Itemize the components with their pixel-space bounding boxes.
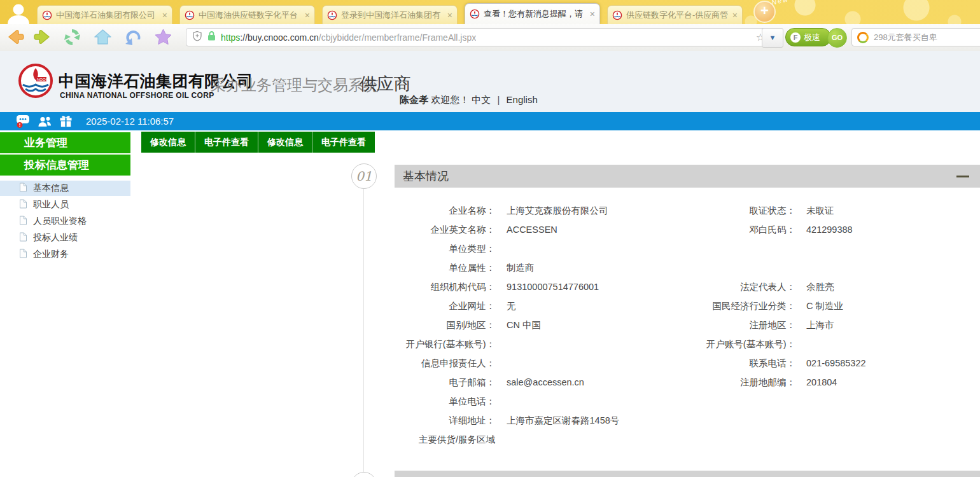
contacts-icon[interactable]: [38, 115, 52, 128]
shield-icon[interactable]: [192, 31, 202, 44]
lang-english-link[interactable]: English: [507, 94, 538, 105]
field-label: 单位属性：: [395, 262, 495, 274]
address-bar[interactable]: https://buy.cnooc.com.cn/cbjybidder/memb…: [186, 28, 771, 46]
form-row: 主要供货/服务区域: [395, 430, 980, 449]
field-label: 注册地邮编：: [687, 377, 795, 389]
new-tab-button[interactable]: +New: [753, 1, 776, 23]
search-box[interactable]: [851, 28, 980, 46]
field-value: sale@accessen.cn: [495, 377, 687, 387]
sidebar-item[interactable]: 人员职业资格: [0, 214, 130, 229]
field-label: 国民经济行业分类：: [687, 300, 795, 312]
form-row: 电子邮箱：sale@accessen.cn注册地邮编：201804: [395, 373, 980, 392]
refresh-icon[interactable]: [62, 27, 82, 47]
close-icon[interactable]: ×: [590, 10, 595, 18]
section-header: 基本情况: [395, 165, 980, 188]
cnooc-favicon: [42, 10, 52, 20]
browser-tab[interactable]: 登录到中国海洋石油集团有×: [322, 5, 458, 24]
lang-chinese-link[interactable]: 中文: [472, 94, 491, 105]
form-row: 企业英文名称：ACCESSEN邓白氏码：421299388: [395, 220, 980, 239]
field-value: 余胜亮: [795, 281, 834, 293]
status-bar: 2025-02-12 11:06:57: [0, 112, 980, 130]
sidebar-item-label: 投标人业绩: [33, 232, 78, 244]
browser-tab[interactable]: 查看！您有新消息提醒，请×: [465, 3, 600, 24]
sidebar-item[interactable]: 职业人员: [0, 197, 130, 212]
url-dropdown-button[interactable]: ▼: [762, 28, 783, 48]
field-value: 421299388: [795, 225, 853, 235]
form-row: 单位电话：: [395, 392, 980, 411]
field-label: 组织机构代码：: [395, 281, 495, 293]
field-label: 邓白氏码：: [687, 224, 795, 236]
field-value: 无: [495, 300, 687, 312]
tab-label: 查看！您有新消息提醒，请: [484, 8, 587, 20]
gift-icon[interactable]: [59, 114, 73, 128]
action-button-bar: 修改信息电子件查看修改信息电子件查看: [141, 132, 375, 153]
field-value: C 制造业: [795, 300, 843, 312]
field-value: 021-69585322: [795, 358, 866, 368]
sidebar-item-label: 人员职业资格: [33, 216, 87, 227]
basic-info-section: 基本情况 企业名称：上海艾克森股份有限公司取证状态：未取证企业英文名称：ACCE…: [395, 165, 980, 449]
field-value: ACCESSEN: [495, 225, 687, 235]
message-icon[interactable]: [15, 114, 31, 128]
field-value: 913100007514776001: [495, 282, 687, 292]
new-tab-label: New: [771, 0, 790, 6]
sidebar-item[interactable]: 基本信息: [0, 181, 130, 196]
close-icon[interactable]: ×: [305, 11, 310, 20]
browser-tab[interactable]: 供应链数字化平台-供应商管×: [607, 5, 743, 24]
field-label: 单位类型：: [395, 243, 495, 255]
action-button[interactable]: 电子件查看: [312, 132, 375, 153]
welcome-text: 欢迎您！: [431, 94, 469, 105]
browser-tab-bar: 中国海洋石油集团有限公司×中国海油供应链数字化平台×登录到中国海洋石油集团有×查…: [0, 0, 980, 24]
speed-mode-button[interactable]: F 极速: [785, 28, 831, 46]
field-value: 上海市: [795, 319, 834, 331]
form-row: 组织机构代码：913100007514776001法定代表人：余胜亮: [395, 277, 980, 296]
action-button[interactable]: 修改信息: [141, 132, 195, 153]
forward-icon[interactable]: [33, 27, 53, 47]
page-icon: [19, 232, 27, 244]
close-icon[interactable]: ×: [162, 11, 167, 20]
basic-info-form: 企业名称：上海艾克森股份有限公司取证状态：未取证企业英文名称：ACCESSEN邓…: [395, 188, 980, 449]
search-engine-icon: [857, 32, 869, 43]
field-value: 上海艾克森股份有限公司: [495, 205, 687, 217]
favorites-star-icon[interactable]: [153, 27, 173, 47]
field-value: 201804: [795, 377, 837, 387]
sidebar-item[interactable]: 企业财务: [0, 247, 130, 262]
sidebar-group-header[interactable]: 业务管理: [0, 132, 130, 153]
welcome-bar: 陈金孝 欢迎您！ 中文 | English: [400, 94, 538, 106]
go-button[interactable]: GO: [827, 28, 847, 48]
action-button[interactable]: 电子件查看: [195, 132, 258, 153]
field-label: 企业网址：: [395, 300, 495, 312]
close-icon[interactable]: ×: [447, 11, 452, 20]
browser-tab[interactable]: 中国海洋石油集团有限公司×: [37, 5, 172, 24]
tab-strip: 中国海洋石油集团有限公司×中国海油供应链数字化平台×登录到中国海洋石油集团有×查…: [37, 3, 776, 24]
next-section-number-badge: [351, 472, 377, 477]
datetime-text: 2025-02-12 11:06:57: [86, 116, 174, 127]
svg-text:NOOC: NOOC: [37, 78, 49, 81]
section-timeline: [363, 188, 364, 472]
field-label: 开户银行(基本账号)：: [395, 338, 495, 350]
sidebar-menu: 基本信息职业人员人员职业资格投标人业绩企业财务: [0, 181, 130, 262]
cnooc-favicon: [185, 10, 195, 20]
user-name: 陈金孝: [400, 94, 428, 105]
undo-icon[interactable]: [123, 27, 143, 47]
field-label: 开户账号(基本账号)：: [687, 338, 795, 350]
field-label: 企业英文名称：: [395, 224, 495, 236]
page-header: NOOC 中国海洋石油集团有限公司 CHINA NATIONAL OFFSHOR…: [0, 51, 980, 112]
search-input[interactable]: [872, 32, 980, 43]
sidebar-item-label: 职业人员: [33, 199, 69, 211]
collapse-icon[interactable]: [956, 176, 969, 177]
sidebar-item[interactable]: 投标人业绩: [0, 230, 130, 245]
system-title: 采办业务管理与交易系统: [211, 75, 379, 95]
browser-tab[interactable]: 中国海油供应链数字化平台×: [179, 5, 315, 24]
tab-label: 中国海油供应链数字化平台: [199, 10, 302, 21]
user-avatar-icon[interactable]: [4, 3, 33, 24]
page-icon: [19, 183, 27, 194]
action-button[interactable]: 修改信息: [258, 132, 312, 153]
home-icon[interactable]: [93, 27, 113, 47]
field-label: 企业名称：: [395, 205, 495, 217]
close-icon[interactable]: ×: [732, 11, 738, 20]
field-label: 联系电话：: [687, 357, 795, 370]
browser-window: 中国海洋石油集团有限公司×中国海油供应链数字化平台×登录到中国海洋石油集团有×查…: [0, 0, 980, 477]
back-icon[interactable]: [5, 27, 25, 47]
field-value: 上海市嘉定区谢春路1458号: [495, 415, 687, 427]
sidebar-group-header[interactable]: 投标信息管理: [0, 155, 130, 176]
